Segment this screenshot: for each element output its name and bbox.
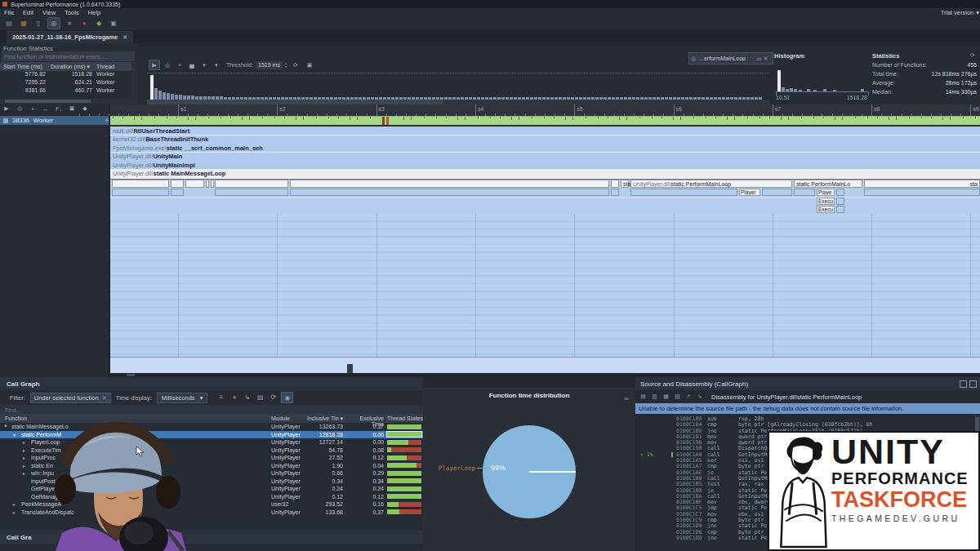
callstack-row[interactable]: ntdll.dll!RtlUserThreadStart: [110, 127, 980, 136]
threshold-input[interactable]: 1519 ms: [256, 61, 283, 69]
histogram-copy-icon[interactable]: ▣: [305, 60, 314, 69]
perform-mainloop-searchbox[interactable]: ◎ ▭✕: [688, 52, 773, 64]
timeline-view[interactable]: s1s2s3s4s5s6s7s8s9 ntdll.dll!RtlUserThre…: [110, 104, 980, 377]
zoom-icon[interactable]: ◎: [47, 17, 60, 29]
timeline-tool-icon[interactable]: F↓: [54, 106, 64, 112]
function-statistics-hscrollbar[interactable]: [0, 99, 131, 104]
activity-band[interactable]: [110, 116, 980, 125]
timeline-cell[interactable]: [215, 189, 288, 196]
timeline-segment[interactable]: [211, 180, 214, 188]
timeline-segment[interactable]: Player: [739, 189, 760, 196]
disassembly-tool-icon[interactable]: ↳: [696, 393, 705, 400]
trial-version-dropdown[interactable]: Trial version ▾: [941, 8, 979, 16]
timeline-subrow[interactable]: Execu: [110, 198, 980, 207]
clear-search-icon[interactable]: ✕: [764, 56, 768, 62]
timeline-empty-region[interactable]: [110, 214, 980, 357]
expand-arrow-icon[interactable]: ▸: [23, 470, 25, 476]
callstack-row[interactable]: kernel32.dll!BaseThreadInitThunk: [110, 136, 980, 144]
open-recent-icon[interactable]: ▦: [18, 18, 29, 29]
goto-icon[interactable]: ↳: [242, 392, 252, 402]
timeline-segment[interactable]: [185, 180, 204, 188]
disassembly-tool-icon[interactable]: ▧: [673, 393, 682, 400]
pop-out-icon[interactable]: [960, 380, 967, 388]
columns-icon[interactable]: ▤: [255, 392, 265, 402]
timeline-cell[interactable]: [794, 189, 815, 196]
refresh-icon[interactable]: ⟳: [268, 392, 278, 402]
callstack-row[interactable]: UnityPlayer.dll!static MainMessageLoop: [110, 170, 980, 179]
open-trace-icon[interactable]: ▤: [3, 18, 15, 29]
expand-arrow-icon[interactable]: ▸: [13, 509, 16, 515]
timeline-tool-icon[interactable]: +: [28, 106, 38, 112]
timeline-cell[interactable]: [762, 189, 792, 196]
export-icon[interactable]: ◆: [93, 18, 105, 29]
link-icon[interactable]: ∞: [624, 395, 629, 402]
settings-icon[interactable]: ∗: [64, 18, 75, 29]
histogram-copy-icon[interactable]: ⟳: [291, 60, 301, 69]
timeline-segment[interactable]: Execu: [817, 198, 835, 205]
disassembly-tool-icon[interactable]: ▦: [662, 393, 670, 400]
refresh-icon[interactable]: ⟳: [970, 52, 975, 59]
web-icon[interactable]: ◉: [281, 392, 293, 403]
time-display-dropdown[interactable]: Milliseconds ▾: [157, 393, 208, 403]
timeline-tool-icon[interactable]: ◆: [80, 105, 90, 112]
timeline-segment[interactable]: sta: [864, 180, 980, 188]
callstack-row[interactable]: UnityPlayer.dll!UnityMainImpl: [110, 161, 980, 170]
expand-arrow-icon[interactable]: ▸: [23, 447, 25, 453]
expand-arrow-icon[interactable]: ▸: [23, 463, 25, 469]
table-row[interactable]: 7295.22624.21Worker: [0, 79, 131, 87]
expand-arrow-icon[interactable]: ▼: [3, 424, 8, 429]
timeline-cell[interactable]: [836, 189, 844, 196]
close-icon[interactable]: ✕: [122, 34, 127, 41]
timeline-tool-icon[interactable]: ◎: [15, 105, 24, 112]
timeline-tool-icon[interactable]: ↔: [41, 106, 51, 112]
duration-histogram-strip[interactable]: ▶◎+▅▾▾Threshold:1519 ms▴▾⟳▣: [145, 43, 772, 104]
threshold-spinner[interactable]: ▴▾: [285, 62, 287, 69]
function-search-input[interactable]: [2, 51, 135, 61]
timeline-segment[interactable]: [206, 180, 209, 188]
timeline-segment[interactable]: [171, 180, 184, 188]
timeline-cell[interactable]: [630, 189, 737, 196]
menu-help[interactable]: Help: [88, 9, 100, 16]
timeline-tool-icon[interactable]: ▶: [2, 105, 11, 112]
timeline-cell[interactable]: [836, 198, 844, 205]
timeline-segment[interactable]: [112, 180, 169, 188]
timeline-cell[interactable]: [112, 189, 169, 196]
menu-edit[interactable]: Edit: [23, 9, 33, 16]
mini-histogram-chart[interactable]: [776, 64, 867, 91]
expand-arrow-icon[interactable]: ▸: [23, 439, 25, 445]
thread-row-worker[interactable]: 38336 Worker ⊖: [0, 116, 112, 125]
timeline-segment[interactable]: [611, 180, 619, 188]
duration-histogram-chart[interactable]: [147, 73, 769, 100]
close-panel-icon[interactable]: [969, 380, 977, 388]
disassembly-tool-icon[interactable]: ▤: [639, 393, 648, 400]
match-case-icon[interactable]: ▭: [756, 56, 762, 62]
timeline-subrow[interactable]: PlayerPlaye: [110, 189, 980, 198]
disassembly-tool-icon[interactable]: ▥: [650, 393, 659, 400]
histogram-tool-icon[interactable]: ▅: [187, 60, 197, 69]
timeline-bottom-band[interactable]: [110, 357, 980, 374]
timeline-segment[interactable]: Execu: [817, 206, 835, 213]
mainmessageloop-segments[interactable]: staticUnityPlayer.dll!static PerformMain…: [110, 179, 980, 189]
timeline-cell[interactable]: [864, 189, 980, 196]
disassembly-tool-icon[interactable]: ↱: [684, 393, 693, 400]
table-row[interactable]: 9381.66460.77Worker: [0, 87, 131, 96]
timeline-cell[interactable]: [611, 189, 619, 196]
function-statistics-vscrollbar[interactable]: [131, 62, 137, 104]
table-row[interactable]: 5776.821518.28Worker: [0, 71, 131, 79]
histogram-tool-icon[interactable]: ▾: [199, 60, 209, 69]
disassembly-line[interactable]: 0100C180subrsp, 28h: [635, 415, 973, 421]
menu-file[interactable]: File: [4, 9, 14, 16]
expand-arrow-icon[interactable]: ▾: [13, 432, 16, 438]
callstack-row[interactable]: UnityPlayer.dll!UnityMain: [110, 153, 980, 162]
record-icon[interactable]: ●: [229, 392, 239, 402]
callstack-row[interactable]: FpsMicrogame.exe!static __scrt_common_ma…: [110, 144, 980, 153]
search-value-input[interactable]: [697, 55, 753, 62]
filter-tag[interactable]: Under selected function ✕: [30, 393, 111, 403]
menu-view[interactable]: View: [42, 9, 56, 16]
panel-window-icons[interactable]: [960, 380, 977, 388]
disassembly-line[interactable]: 0100C184cmpbyte ptr [gAlreadyClosing (03…: [635, 421, 973, 427]
expand-arrow-icon[interactable]: ▸: [23, 455, 25, 460]
timeline-segment[interactable]: [290, 180, 609, 188]
function-statistics-header[interactable]: Start Time (ms)Duration (ms) ▾Thread: [0, 62, 131, 71]
plugin-icon[interactable]: ▣: [108, 18, 119, 29]
